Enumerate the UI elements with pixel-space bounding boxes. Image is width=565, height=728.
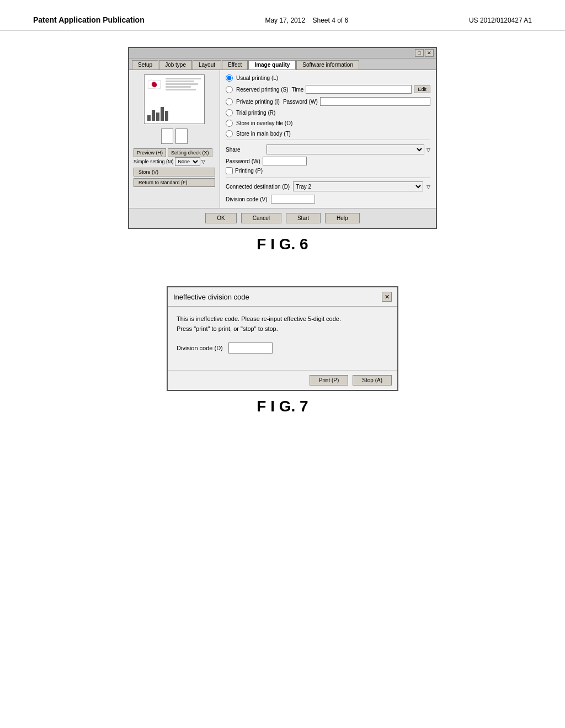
share-row: Share — [226, 144, 430, 154]
fig7-title: Ineffective division code — [173, 293, 249, 301]
tab-software[interactable]: Software information — [296, 60, 359, 69]
store-body-section: Share Password (W) — [226, 140, 430, 174]
print-button[interactable]: Print (P) — [310, 375, 349, 386]
fig6-footer: OK Cancel Start Help — [129, 208, 436, 228]
fig7-message-line1: This is ineffective code. Please re-inpu… — [177, 314, 388, 324]
simple-setting-arrow-icon — [201, 159, 205, 164]
cancel-button[interactable]: Cancel — [241, 213, 281, 223]
store-button[interactable]: Store (V) — [134, 168, 215, 176]
close-button[interactable]: ✕ — [425, 49, 434, 57]
fig6-titlebar: □ ✕ — [129, 48, 436, 58]
content-area: □ ✕ Setup Job type Layout Effect Image q… — [0, 36, 565, 459]
tab-imagequality[interactable]: Image quality — [248, 60, 296, 69]
page-thumb-1[interactable] — [161, 129, 173, 144]
simple-setting-select[interactable]: None — [175, 157, 200, 166]
stop-button[interactable]: Stop (A) — [353, 375, 392, 386]
patent-date-sheet: May 17, 2012 Sheet 4 of 6 — [265, 17, 348, 24]
fig7-body: This is ineffective code. Please re-inpu… — [168, 307, 397, 370]
tab-setup[interactable]: Setup — [132, 60, 158, 69]
preview-image: 🇯🇵 — [144, 74, 205, 124]
page-thumb-2[interactable] — [175, 129, 188, 144]
share-label: Share — [226, 147, 264, 153]
usual-printing-label: Usual printing (L) — [236, 75, 278, 81]
division-code-label: Division code (V) — [226, 196, 268, 202]
private-printing-radio[interactable] — [226, 98, 233, 105]
fig6-label: F I G. 6 — [257, 235, 308, 253]
fig7-message: This is ineffective code. Please re-inpu… — [177, 314, 388, 334]
private-printing-label: Private printing (I) — [236, 99, 280, 105]
reserved-printing-radio[interactable] — [226, 86, 233, 93]
division-code-row: Division code (V) — [226, 195, 430, 204]
connected-destination-row: Connected destination (D) Tray 2 — [226, 181, 430, 191]
fig6-left-panel: 🇯🇵 — [129, 70, 220, 208]
overlay-row: Store in overlay file (O) — [226, 120, 430, 127]
tray-select[interactable]: Tray 2 — [293, 181, 423, 191]
reserved-printing-label: Reserved printing (S) — [236, 87, 288, 93]
simple-setting-label: Simple setting (M) — [134, 159, 174, 164]
tab-jobtype[interactable]: Job type — [159, 60, 192, 69]
tab-layout[interactable]: Layout — [193, 60, 221, 69]
fig7-message-line2: Press "print" to print, or "stop" to sto… — [177, 324, 388, 334]
division-code-input[interactable] — [271, 195, 315, 204]
minimize-button[interactable]: □ — [415, 49, 424, 57]
print-options-group: Usual printing (L) Reserved printing (S)… — [226, 74, 430, 137]
fig7-division-label: Division code (D) — [177, 345, 223, 351]
share-select[interactable] — [266, 144, 424, 154]
tab-effect[interactable]: Effect — [222, 60, 248, 69]
fig6-tabs: Setup Job type Layout Effect Image quali… — [129, 58, 436, 70]
overlay-label: Store in overlay file (O) — [236, 120, 292, 126]
fig7-footer: Print (P) Stop (A) — [168, 370, 397, 390]
time-input[interactable] — [306, 85, 412, 94]
edit-button[interactable]: Edit — [414, 85, 430, 93]
patent-title: Patent Application Publication — [33, 15, 145, 24]
preview-settingcheck-row: Preview (H) Setting check (X) — [134, 148, 215, 157]
fig7-dialog: Ineffective division code ✕ This is inef… — [167, 286, 398, 391]
private-password-field: Password (W) — [283, 97, 430, 106]
trial-printing-radio[interactable] — [226, 109, 233, 116]
store-password-label: Password (W) — [226, 158, 260, 164]
fig7-division-row: Division code (D) — [177, 342, 388, 354]
mainbody-radio[interactable] — [226, 130, 233, 137]
printing-checkbox[interactable] — [226, 167, 233, 174]
printing-label: Printing (P) — [235, 168, 263, 174]
reserved-printing-row: Reserved printing (S) Time Edit — [226, 85, 430, 94]
printing-checkbox-row: Printing (P) — [226, 167, 430, 174]
simple-setting-row: Simple setting (M) None — [134, 157, 215, 166]
fig6-right-panel: Usual printing (L) Reserved printing (S)… — [220, 70, 436, 208]
help-button[interactable]: Help — [325, 213, 360, 223]
fig6-body: 🇯🇵 — [129, 70, 436, 208]
page-thumbnails — [134, 129, 215, 144]
reserved-time-field: Time Edit — [291, 85, 430, 94]
store-password-input[interactable] — [263, 157, 307, 165]
preview-flag-icon: 🇯🇵 — [147, 78, 161, 91]
usual-printing-row: Usual printing (L) — [226, 74, 430, 82]
ok-button[interactable]: OK — [205, 213, 236, 223]
fig7-division-input[interactable] — [228, 342, 273, 354]
private-printing-row: Private printing (I) Password (W) — [226, 97, 430, 106]
mainbody-label: Store in main body (T) — [236, 131, 291, 137]
private-password-input[interactable] — [320, 97, 430, 106]
mainbody-row: Store in main body (T) — [226, 130, 430, 137]
store-password-row: Password (W) — [226, 157, 430, 165]
fig7-label: F I G. 7 — [257, 398, 308, 415]
fig7-close-button[interactable]: ✕ — [382, 292, 392, 302]
fig6-dialog: □ ✕ Setup Job type Layout Effect Image q… — [128, 47, 437, 229]
connected-label: Connected destination (D) — [226, 184, 290, 190]
preview-text-lines — [166, 78, 201, 92]
trial-printing-label: Trial printing (R) — [236, 110, 275, 116]
preview-chart — [147, 104, 171, 121]
start-button[interactable]: Start — [286, 213, 321, 223]
fig7-header: Ineffective division code ✕ — [168, 287, 397, 307]
fig6-wrapper: □ ✕ Setup Job type Layout Effect Image q… — [44, 47, 521, 270]
trial-printing-row: Trial printing (R) — [226, 109, 430, 116]
setting-check-button[interactable]: Setting check (X) — [168, 148, 212, 157]
share-arrow-icon — [427, 147, 430, 153]
overlay-radio[interactable] — [226, 120, 233, 127]
time-label: Time — [291, 87, 303, 93]
separator — [226, 178, 430, 178]
page-header: Patent Application Publication May 17, 2… — [0, 0, 565, 30]
return-standard-button[interactable]: Return to standard (F) — [134, 178, 215, 187]
private-password-label: Password (W) — [283, 99, 318, 105]
usual-printing-radio[interactable] — [226, 74, 233, 82]
preview-button[interactable]: Preview (H) — [134, 148, 166, 157]
